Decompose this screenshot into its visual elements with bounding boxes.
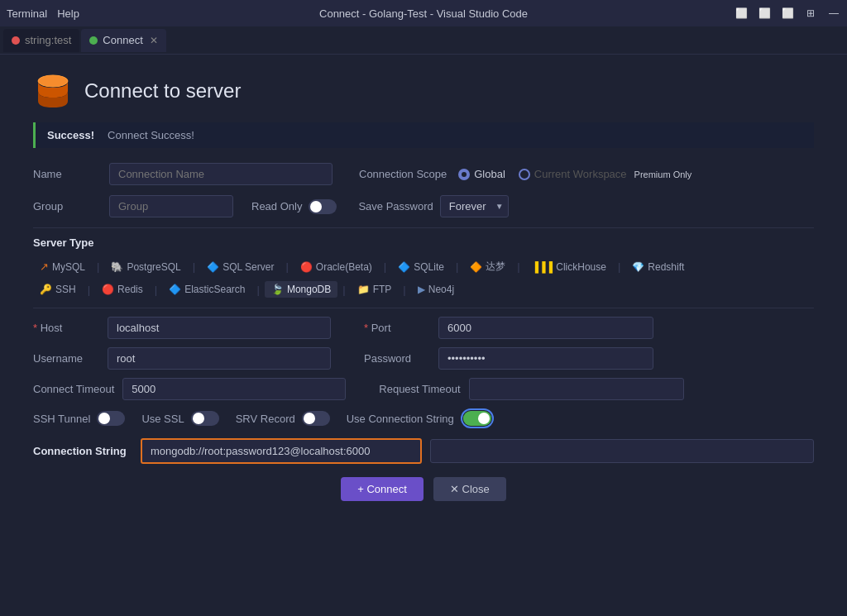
use-ssl-toggle[interactable] [191,411,219,426]
connect-timeout-input[interactable] [122,378,346,400]
premium-badge: Premium Only [631,169,696,180]
srv-record-label: SRV Record [236,413,295,425]
server-type-clickhouse[interactable]: ▐▐▐ ClickHouse [525,259,613,275]
srv-record-toggle[interactable] [302,411,330,426]
host-label: Host [33,322,99,334]
tab-string-test[interactable]: string:test [3,29,79,52]
win-btn-3[interactable]: ⬜ [781,7,794,20]
close-button[interactable]: ✕ Close [433,477,506,501]
use-connection-string-toggle[interactable] [463,411,491,426]
save-password-label: Save Password [358,200,433,212]
tab-dot-inactive [12,36,20,45]
mongo-icon: 🍃 [271,284,284,295]
tab-close-icon[interactable]: ✕ [150,35,158,46]
divider-1 [33,227,814,228]
connection-string-rest-input[interactable] [430,439,814,463]
group-row: Group Read Only Save Password Forever Se… [33,195,814,217]
neo4j-label: Neo4j [428,284,454,295]
db-logo-icon [33,71,73,111]
menu-bar: Terminal Help [7,7,79,20]
request-timeout-input[interactable] [469,378,684,400]
connect-button[interactable]: + Connect [341,477,424,501]
dameng-label: 达梦 [486,260,505,274]
success-label: Success! [47,129,94,141]
clickhouse-label: ClickHouse [556,261,606,273]
group-label: Group [33,200,99,212]
tab-bar: string:test Connect ✕ [0,26,847,55]
server-type-elasticsearch[interactable]: 🔷 ElasticSearch [162,281,251,298]
radio-global[interactable]: Global [458,168,505,180]
radio-workspace-label: Current Workspace [534,168,627,180]
server-type-neo4j[interactable]: ▶ Neo4j [411,281,461,298]
oracle-label: Oracle(Beta) [316,261,372,273]
tab-connect[interactable]: Connect ✕ [81,29,165,52]
timeout-row: Connect Timeout Request Timeout [33,378,814,400]
server-type-sqlserver[interactable]: 🔷 SQL Server [200,259,280,275]
use-connection-string-toggle-highlight [461,408,494,428]
elastic-label: ElasticSearch [184,284,245,295]
divider-2 [33,308,814,308]
mongo-label: MongoDB [287,284,331,295]
redshift-icon: 💎 [632,261,644,273]
ssh-tunnel-toggle[interactable] [97,411,125,426]
menu-terminal[interactable]: Terminal [7,7,47,20]
server-type-ssh[interactable]: 🔑 SSH [33,281,83,298]
server-type-oracle[interactable]: 🔴 Oracle(Beta) [294,259,379,275]
redis-icon: 🔴 [102,284,114,295]
tab-label-string-test: string:test [25,34,71,46]
read-only-toggle[interactable] [309,199,337,214]
server-type-mysql[interactable]: ↗ MySQL [33,258,92,275]
name-input[interactable] [109,163,333,185]
save-password-select-wrap: Forever Session Never ▼ [440,195,509,217]
scope-section: Connection Scope Global Current Workspac… [359,168,695,180]
server-type-mongodb[interactable]: 🍃 MongoDB [265,281,337,298]
scope-label: Connection Scope [359,168,447,180]
server-type-redshift[interactable]: 💎 Redshift [625,259,691,275]
success-message: Connect Success! [108,129,194,141]
action-buttons-row: + Connect ✕ Close [33,477,814,501]
redis-label: Redis [117,284,143,295]
page-title: Connect to server [84,79,241,103]
user-pass-row: Username Password [33,347,814,370]
win-btn-4[interactable]: ⊞ [804,7,817,20]
connection-string-row: Connection String [33,438,814,464]
sqlserver-label: SQL Server [223,261,274,273]
radio-workspace[interactable]: Current Workspace Premium Only [519,168,695,180]
use-ssl-wrap: Use SSL [141,411,218,426]
username-input[interactable] [108,347,331,370]
window-title: Connect - Golang-Test - Visual Studio Co… [319,7,528,20]
use-ssl-label: Use SSL [141,413,184,425]
win-btn-2[interactable]: ⬜ [758,7,771,20]
success-banner: Success! Connect Success! [33,122,814,148]
server-type-dameng[interactable]: 🔶 达梦 [463,257,512,276]
save-password-select[interactable]: Forever Session Never [440,195,509,217]
scope-radio-group: Global Current Workspace Premium Only [458,168,695,180]
ssh-label: SSH [55,284,76,295]
redshift-label: Redshift [648,261,684,273]
menu-help[interactable]: Help [57,7,79,20]
group-input[interactable] [109,195,233,217]
password-input[interactable] [438,347,653,370]
window-controls: ⬜ ⬜ ⬜ ⊞ — [735,7,840,20]
radio-circle-workspace [519,169,530,180]
main-content: Connect to server Success! Connect Succe… [0,55,847,616]
use-connection-string-label: Use Connection String [347,413,454,425]
connection-string-input[interactable] [141,438,422,464]
read-only-toggle-wrap: Read Only [251,199,337,214]
port-field-group: Port [364,317,653,339]
ftp-label: FTP [373,284,392,295]
oracle-icon: 🔴 [300,261,313,273]
server-type-sqlite[interactable]: 🔷 SQLite [391,259,451,275]
port-input[interactable] [438,317,653,339]
name-label: Name [33,168,99,180]
server-type-ftp[interactable]: 📁 FTP [351,281,399,298]
pg-label: PostgreSQL [127,261,180,273]
srv-record-wrap: SRV Record [236,411,330,426]
server-type-redis[interactable]: 🔴 Redis [95,281,150,298]
win-btn-1[interactable]: ⬜ [735,7,748,20]
connection-string-label: Connection String [33,445,132,457]
server-type-section: Server Type ↗ MySQL | 🐘 PostgreSQL | 🔷 S… [33,236,814,298]
win-btn-minimize[interactable]: — [827,7,840,20]
server-type-postgresql[interactable]: 🐘 PostgreSQL [104,259,187,275]
host-input[interactable] [108,317,331,339]
